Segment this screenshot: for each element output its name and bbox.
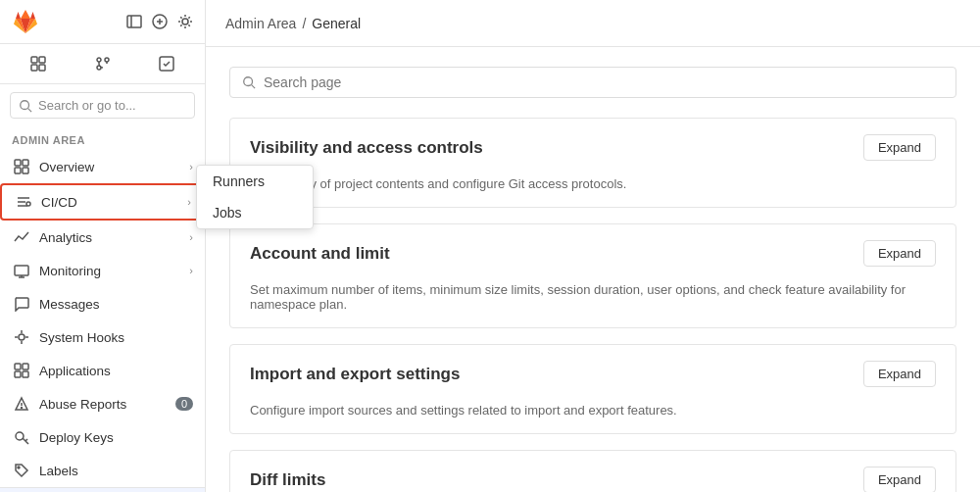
sidebar-search-label: Search or go to... bbox=[38, 98, 136, 113]
cicd-dropdown: Runners Jobs bbox=[196, 165, 314, 229]
chevron-right-icon: › bbox=[189, 265, 193, 276]
sidebar-item-label: Labels bbox=[39, 464, 78, 478]
svg-point-10 bbox=[97, 58, 101, 62]
expand-button[interactable]: Expand bbox=[863, 467, 936, 492]
labels-icon bbox=[12, 461, 31, 480]
svg-rect-9 bbox=[39, 65, 45, 71]
sidebar-item-analytics[interactable]: Analytics › bbox=[0, 221, 205, 254]
monitoring-icon bbox=[12, 261, 31, 280]
page-search-icon bbox=[242, 75, 256, 89]
sidebar-item-label: Overview bbox=[39, 160, 94, 174]
sidebar-item-label: Applications bbox=[39, 364, 111, 378]
svg-point-30 bbox=[22, 408, 23, 409]
abuse-badge: 0 bbox=[175, 397, 193, 411]
abuse-icon bbox=[12, 394, 31, 414]
expand-button[interactable]: Expand bbox=[863, 134, 936, 161]
section-title: Diff limits bbox=[250, 470, 325, 490]
svg-point-5 bbox=[182, 19, 188, 25]
svg-line-38 bbox=[252, 85, 256, 89]
sidebar: Search or go to... Admin Area Overview ›… bbox=[0, 0, 206, 492]
svg-rect-27 bbox=[15, 371, 21, 377]
gitlab-logo-icon[interactable] bbox=[12, 8, 39, 35]
tab-panel[interactable] bbox=[8, 50, 69, 77]
key-icon bbox=[12, 427, 31, 447]
section-title: Import and export settings bbox=[250, 365, 460, 384]
tab-merge[interactable] bbox=[73, 50, 133, 77]
sidebar-bottom: Settings › Help Admin Area bbox=[0, 487, 205, 492]
svg-rect-26 bbox=[23, 364, 28, 369]
dropdown-item-jobs[interactable]: Jobs bbox=[197, 197, 313, 228]
expand-button[interactable]: Expand bbox=[863, 361, 936, 387]
svg-line-15 bbox=[28, 108, 32, 112]
sidebar-section-label: Admin Area bbox=[0, 126, 205, 150]
sidebar-item-label: Analytics bbox=[39, 230, 92, 245]
page-search-bar bbox=[229, 67, 956, 98]
svg-rect-7 bbox=[39, 57, 45, 63]
sidebar-item-system-hooks[interactable]: System Hooks bbox=[0, 320, 205, 354]
content-area: Visibility and access controls Expand Se… bbox=[206, 47, 980, 492]
svg-rect-25 bbox=[15, 364, 21, 369]
section-desc: Set maximum number of items, minimum siz… bbox=[230, 282, 956, 327]
section-title: Visibility and access controls bbox=[250, 138, 483, 158]
svg-rect-21 bbox=[15, 266, 28, 275]
sidebar-header-icons bbox=[126, 14, 193, 29]
sidebar-item-messages[interactable]: Messages bbox=[0, 287, 205, 320]
sidebar-item-settings[interactable]: Settings › bbox=[0, 488, 205, 492]
sidebar-item-abuse-reports[interactable]: Abuse Reports 0 bbox=[0, 387, 205, 420]
sidebar-item-label: Abuse Reports bbox=[39, 397, 126, 412]
svg-point-20 bbox=[26, 202, 30, 206]
svg-rect-0 bbox=[127, 16, 141, 27]
settings-icon[interactable] bbox=[177, 14, 193, 29]
sidebar-item-overview[interactable]: Overview › bbox=[0, 150, 205, 183]
section-header: Account and limit Expand bbox=[230, 224, 956, 282]
section-header: Diff limits Expand bbox=[230, 451, 956, 492]
chevron-right-icon: › bbox=[187, 196, 191, 208]
section-desc: Set visibility of project contents and c… bbox=[230, 176, 956, 207]
svg-point-37 bbox=[244, 77, 253, 86]
svg-rect-8 bbox=[31, 65, 37, 71]
hooks-icon bbox=[12, 327, 31, 347]
tab-todo[interactable] bbox=[136, 50, 197, 77]
svg-point-32 bbox=[18, 467, 20, 468]
section-title: Account and limit bbox=[250, 244, 390, 264]
sidebar-item-applications[interactable]: Applications bbox=[0, 354, 205, 387]
svg-rect-28 bbox=[23, 371, 28, 377]
topbar: Admin Area / General bbox=[206, 0, 980, 47]
sidebar-item-label: Monitoring bbox=[39, 264, 101, 278]
analytics-icon bbox=[12, 227, 31, 247]
sidebar-item-monitoring[interactable]: Monitoring › bbox=[0, 254, 205, 287]
main-content: Admin Area / General Visibility and acce… bbox=[206, 0, 980, 492]
svg-rect-17 bbox=[23, 160, 28, 166]
page-search-input[interactable] bbox=[264, 74, 944, 90]
svg-rect-19 bbox=[23, 168, 28, 173]
svg-point-24 bbox=[19, 334, 24, 340]
new-item-icon[interactable] bbox=[152, 14, 168, 29]
chevron-right-icon: › bbox=[189, 161, 193, 172]
sidebar-item-labels[interactable]: Labels bbox=[0, 454, 205, 487]
sidebar-item-label: CI/CD bbox=[41, 195, 77, 210]
section-visibility-access: Visibility and access controls Expand Se… bbox=[229, 118, 956, 208]
chevron-right-icon: › bbox=[189, 231, 193, 243]
section-desc: Configure import sources and settings re… bbox=[230, 403, 956, 433]
sidebar-item-cicd[interactable]: CI/CD › bbox=[0, 183, 205, 221]
svg-point-11 bbox=[105, 58, 109, 62]
svg-point-14 bbox=[21, 100, 29, 109]
sidebar-toggle-icon[interactable] bbox=[126, 14, 142, 29]
sidebar-search-area: Search or go to... bbox=[0, 84, 205, 126]
svg-rect-16 bbox=[15, 160, 21, 166]
svg-rect-6 bbox=[31, 57, 37, 63]
breadcrumb-separator: / bbox=[302, 16, 306, 31]
overview-icon bbox=[12, 157, 31, 176]
cicd-icon bbox=[14, 192, 33, 212]
expand-button[interactable]: Expand bbox=[863, 240, 936, 267]
applications-icon bbox=[12, 361, 31, 380]
sidebar-search-button[interactable]: Search or go to... bbox=[10, 92, 195, 119]
dropdown-item-runners[interactable]: Runners bbox=[197, 166, 313, 197]
messages-icon bbox=[12, 294, 31, 314]
breadcrumb-parent[interactable]: Admin Area bbox=[225, 16, 296, 31]
svg-rect-18 bbox=[15, 168, 21, 173]
section-header: Visibility and access controls Expand bbox=[230, 119, 956, 176]
sidebar-item-deploy-keys[interactable]: Deploy Keys bbox=[0, 420, 205, 454]
sidebar-item-label: Messages bbox=[39, 297, 100, 312]
sidebar-item-label: Deploy Keys bbox=[39, 430, 114, 445]
